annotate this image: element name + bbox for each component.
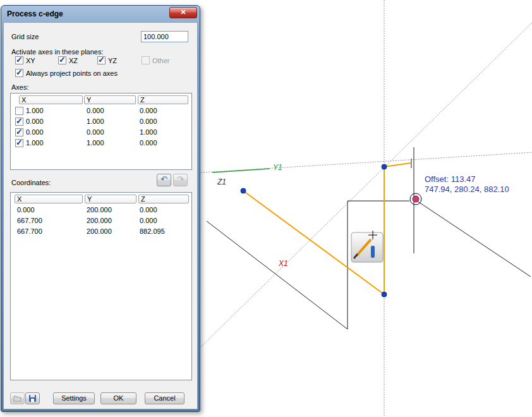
axes-cell[interactable]: 1.000 xyxy=(87,138,104,148)
redo-button[interactable]: ↷ xyxy=(173,174,188,186)
axes-cell[interactable]: 0.000 xyxy=(140,106,157,116)
axes-cell[interactable]: 0.000 xyxy=(26,116,44,127)
checkbox-plane-xz[interactable] xyxy=(58,56,66,64)
z1-axis-label: Z1 xyxy=(217,178,226,186)
plane-yz-label: YZ xyxy=(108,57,117,64)
snap-point[interactable] xyxy=(413,196,419,202)
save-icon xyxy=(28,394,37,402)
edge-tool-cursor-icon xyxy=(351,231,383,262)
redo-icon: ↷ xyxy=(177,174,184,184)
close-button[interactable]: ✕ xyxy=(169,7,197,18)
coords-cell[interactable]: 0.000 xyxy=(17,205,35,215)
axes-label: Axes: xyxy=(11,83,29,91)
axes-row-checkbox[interactable] xyxy=(15,107,23,115)
coords-cell[interactable]: 200.000 xyxy=(87,205,112,215)
coords-cell[interactable]: 0.000 xyxy=(140,205,157,215)
y1-axis-label: Y1 xyxy=(273,163,282,172)
axes-row-checkbox[interactable] xyxy=(15,139,23,147)
checkbox-plane-other xyxy=(142,56,150,64)
planes-label: Activate axes in these planes: xyxy=(11,48,104,56)
axes-cell[interactable]: 1.000 xyxy=(140,127,157,138)
checkbox-always-project[interactable] xyxy=(15,69,23,77)
plane-other-label: Other xyxy=(152,57,170,64)
axes-cell[interactable]: 0.000 xyxy=(26,127,44,138)
axes-row-checkbox[interactable] xyxy=(15,128,23,136)
coords-cell[interactable]: 200.000 xyxy=(87,215,112,226)
grid-size-label: Grid size xyxy=(11,33,39,40)
ok-button[interactable]: OK xyxy=(100,392,136,404)
axes-col-header-y[interactable]: Y xyxy=(84,95,136,104)
plane-xy-label: XY xyxy=(26,57,35,64)
vertex-point-3[interactable] xyxy=(382,292,387,297)
coords-col-header-y[interactable]: Y xyxy=(85,195,136,203)
axes-cell[interactable]: 0.000 xyxy=(140,138,157,148)
x1-axis-label: X1 xyxy=(278,259,288,268)
checkbox-plane-yz[interactable] xyxy=(97,56,106,64)
edge-bar-icon xyxy=(371,246,375,258)
coordinates-table: X Y Z 0.000 200.000 0.000 667.700 200.00… xyxy=(10,192,192,380)
axes-cell[interactable]: 0.000 xyxy=(140,116,157,127)
settings-button[interactable]: Settings xyxy=(53,392,95,404)
coords-cell[interactable]: 667.700 xyxy=(17,226,42,237)
vertex-point-1[interactable] xyxy=(241,188,246,193)
axes-cell[interactable]: 1.000 xyxy=(26,138,44,148)
window-title: Process c-edge xyxy=(3,9,63,18)
offset-tooltip-line1: Offset: 113.47 xyxy=(425,174,475,184)
tool-icon-box xyxy=(351,233,383,262)
coordinates-label: Coordinates: xyxy=(11,179,51,186)
axes-row-checkbox[interactable] xyxy=(15,118,23,126)
coords-cell[interactable]: 882.095 xyxy=(140,226,165,237)
axes-table: X Y Z 1.000 0.000 0.000 0.000 1.000 0.00… xyxy=(10,93,192,170)
undo-icon: ↶ xyxy=(160,174,167,184)
save-button[interactable] xyxy=(25,392,40,404)
grid-size-input[interactable] xyxy=(141,31,188,42)
close-icon: ✕ xyxy=(180,8,186,16)
checkbox-plane-xy[interactable] xyxy=(15,56,23,64)
always-project-label: Always project points on axes xyxy=(26,70,118,77)
offset-tooltip-coords: 747.94, 280.24, 882.10 xyxy=(425,184,509,194)
cancel-button[interactable]: Cancel xyxy=(145,392,184,404)
axes-col-header-z[interactable]: Z xyxy=(138,95,188,104)
dialog-body: Grid size Activate axes in these planes:… xyxy=(3,22,198,409)
process-c-edge-dialog: Process c-edge ✕ Grid size Activate axes… xyxy=(1,5,200,412)
vertex-point-2[interactable] xyxy=(382,164,387,169)
titlebar[interactable]: Process c-edge ✕ xyxy=(3,6,198,22)
coords-col-header-x[interactable]: X xyxy=(15,195,83,203)
axes-col-header-x[interactable]: X xyxy=(19,95,83,104)
plane-xz-label: XZ xyxy=(69,57,78,64)
axes-cell[interactable]: 1.000 xyxy=(26,106,44,116)
coords-cell[interactable]: 200.000 xyxy=(87,226,112,237)
axes-cell[interactable]: 0.000 xyxy=(87,127,104,138)
open-button[interactable] xyxy=(10,392,25,404)
coords-col-header-z[interactable]: Z xyxy=(138,195,189,203)
coords-cell[interactable]: 0.000 xyxy=(140,215,157,226)
axes-cell[interactable]: 1.000 xyxy=(87,116,104,127)
axes-cell[interactable]: 0.000 xyxy=(87,106,104,116)
coords-cell[interactable]: 667.700 xyxy=(17,215,42,226)
folder-icon xyxy=(13,394,21,402)
undo-button[interactable]: ↶ xyxy=(157,174,171,186)
